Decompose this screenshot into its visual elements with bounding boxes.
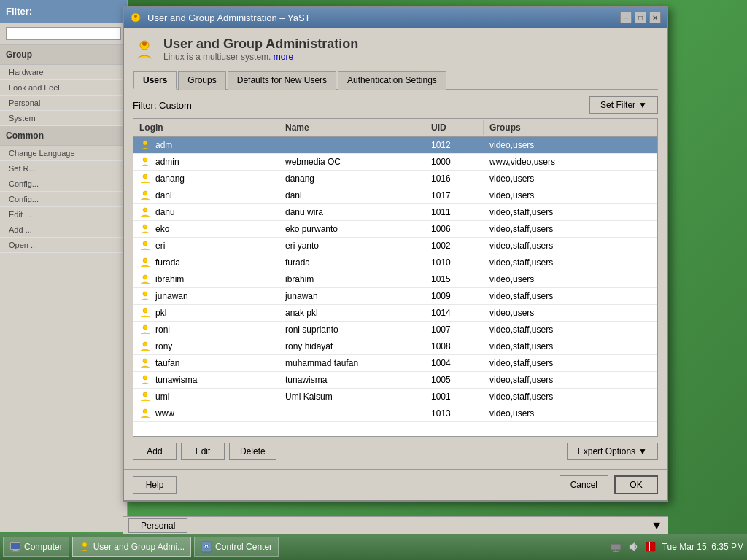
table-row[interactable]: umiUmi Kalsum1001video,staff,users (133, 389, 657, 405)
user-row-icon (139, 290, 151, 302)
edit-button[interactable]: Edit (181, 443, 225, 460)
close-button[interactable]: ✕ (649, 12, 661, 23)
personal-tab-button[interactable]: Personal (128, 518, 187, 533)
search-input[interactable] (6, 27, 121, 40)
hardware-item[interactable]: Hardware (0, 65, 127, 80)
table-row[interactable]: www1013video,users (133, 405, 657, 422)
cell-uid: 1010 (425, 254, 484, 271)
left-panel-header: Filter: (0, 0, 127, 23)
table-row[interactable]: ronironi suprianto1007video,staff,users (133, 322, 657, 338)
user-row-icon (139, 156, 151, 168)
search-area (0, 23, 127, 45)
tab-defaults[interactable]: Defaults for New Users (228, 71, 336, 90)
maximize-button[interactable]: □ (635, 12, 646, 23)
cell-login: www (133, 405, 279, 421)
tab-auth[interactable]: Authentication Settings (338, 71, 446, 90)
cell-name (279, 137, 425, 153)
personal-item[interactable]: Personal (0, 96, 127, 111)
cancel-button[interactable]: Cancel (560, 475, 608, 494)
table-row[interactable]: ibrahimibrahim1015video,users (133, 271, 657, 288)
table-body: adm1012video,users adminwebmedia OC1000w… (133, 137, 657, 436)
more-link[interactable]: more (274, 52, 293, 62)
minimize-button[interactable]: ─ (620, 12, 632, 23)
taskbar-computer[interactable]: Computer (3, 537, 69, 557)
bottom-right-buttons: Expert Options ▼ (567, 443, 658, 460)
table-row[interactable]: danangdanang1016video,users (133, 171, 657, 187)
svg-rect-39 (611, 544, 621, 550)
svg-point-27 (143, 359, 147, 363)
filter-label: Filter: Custom (133, 100, 192, 111)
taskbar-right: Tue Mar 15, 6:35 PM (610, 541, 744, 553)
cell-login: rony (133, 338, 279, 354)
table-row[interactable]: taufanmuhammad taufan1004video,staff,use… (133, 355, 657, 372)
table-row[interactable]: junawanjunawan1009video,staff,users (133, 288, 657, 305)
ok-button[interactable]: OK (614, 475, 658, 494)
table-row[interactable]: tunawismatunawisma1005video,staff,users (133, 372, 657, 389)
user-row-icon (139, 357, 151, 369)
table-row[interactable]: erieri yanto1002video,staff,users (133, 238, 657, 254)
svg-point-25 (143, 325, 147, 330)
help-button[interactable]: Help (133, 476, 177, 494)
taskbar-control-center[interactable]: Control Center (194, 537, 279, 557)
cell-uid: 1008 (425, 338, 484, 354)
tab-groups[interactable]: Groups (178, 71, 225, 90)
user-row-icon (139, 307, 151, 319)
user-row-icon (139, 223, 151, 235)
config2-item[interactable]: Config... (0, 192, 127, 207)
svg-point-38 (206, 546, 208, 548)
table-row[interactable]: adminwebmedia OC1000www,video,users (133, 154, 657, 171)
cell-name: eko purwanto (279, 221, 425, 237)
table-row[interactable]: ronyrony hidayat1008video,staff,users (133, 338, 657, 355)
tab-users[interactable]: Users (133, 71, 177, 90)
svg-point-15 (143, 158, 147, 162)
chevron-down-icon: ▼ (638, 100, 647, 110)
set-filter-button[interactable]: Set Filter ▼ (589, 96, 658, 114)
table-row[interactable]: danidani1017video,users (133, 187, 657, 204)
computer-icon (9, 541, 21, 553)
left-panel: Filter: Group Hardware Look and Feel Per… (0, 0, 128, 532)
cell-login: taufan (133, 355, 279, 371)
common-section-label: Common (0, 126, 127, 146)
taskbar-user-admin[interactable]: User and Group Admi... (72, 537, 191, 557)
svg-point-11 (134, 15, 137, 18)
set-r-item[interactable]: Set R... (0, 161, 127, 176)
table-row[interactable]: ekoeko purwanto1006video,staff,users (133, 221, 657, 238)
cell-groups: video,users (484, 187, 657, 203)
cell-uid: 1017 (425, 187, 484, 203)
scroll-down-icon[interactable]: ▼ (651, 519, 662, 532)
change-lang-item[interactable]: Change Language (0, 146, 127, 161)
cell-name: eri yanto (279, 238, 425, 254)
add-item[interactable]: Add ... (0, 222, 127, 238)
cell-groups: www,video,users (484, 154, 657, 170)
look-feel-item[interactable]: Look and Feel (0, 80, 127, 96)
dialog-content: User and Group Administration Linux is a… (124, 28, 667, 469)
cell-name: danu wira (279, 204, 425, 220)
open-item[interactable]: Open ... (0, 238, 127, 253)
user-taskbar-icon (79, 541, 90, 553)
cell-groups: video,users (484, 405, 657, 421)
cell-name: muhammad taufan (279, 355, 425, 371)
table-row[interactable]: danudanu wira1011video,staff,users (133, 204, 657, 221)
desktop: root's Home Trash Filter: Group Hardware… (0, 0, 747, 560)
system-item[interactable]: System (0, 111, 127, 126)
config1-item[interactable]: Config... (0, 176, 127, 192)
cell-login: dani (133, 187, 279, 203)
table-row[interactable]: furadafurada1010video,staff,users (133, 254, 657, 271)
user-row-icon (139, 374, 151, 386)
cell-name: furada (279, 254, 425, 271)
cell-uid: 1011 (425, 204, 484, 220)
cell-uid: 1015 (425, 271, 484, 287)
expert-options-button[interactable]: Expert Options ▼ (567, 443, 658, 460)
table-row[interactable]: pklanak pkl1014video,users (133, 305, 657, 322)
flag-icon (645, 541, 657, 553)
add-button[interactable]: Add (133, 443, 177, 460)
tabs-bar: Users Groups Defaults for New Users Auth… (133, 71, 658, 90)
cell-name: Umi Kalsum (279, 389, 425, 405)
cell-groups: video,users (484, 137, 657, 153)
cell-name: tunawisma (279, 372, 425, 388)
cell-uid: 1000 (425, 154, 484, 170)
edit-item[interactable]: Edit ... (0, 207, 127, 222)
cell-uid: 1007 (425, 322, 484, 338)
delete-button[interactable]: Delete (229, 443, 276, 460)
table-row[interactable]: adm1012video,users (133, 137, 657, 154)
